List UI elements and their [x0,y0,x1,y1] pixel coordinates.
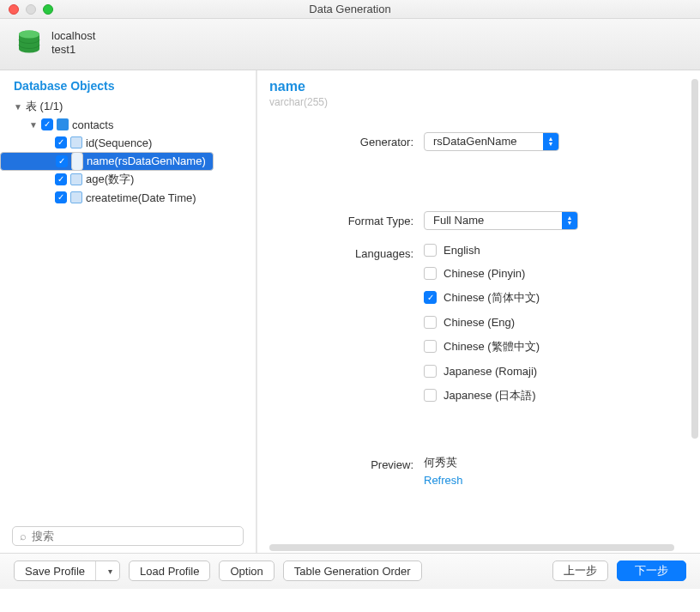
tree-column-label: createtime(Date Time) [86,191,196,204]
tree-table-label: contacts [72,118,113,131]
table-checkbox[interactable] [41,118,53,130]
tree-column[interactable]: age(数字) [0,171,256,189]
scrollbar-thumb[interactable] [691,79,698,439]
search-container: ⌕ [0,519,256,553]
preview-row: Preview: 何秀英 Refresh [269,455,681,487]
footer-toolbar: Save Profile ▾ Load Profile Option Table… [0,553,700,589]
search-input[interactable] [32,530,236,542]
language-label: Chinese (Eng) [444,316,515,329]
svg-point-1 [19,31,39,39]
table-icon [57,118,69,130]
column-icon [71,152,83,171]
preview-value: 何秀英 [424,455,463,470]
tree-root[interactable]: ▼ 表 (1/1) [0,98,256,116]
database-icon [17,30,41,56]
back-button[interactable]: 上一步 [552,560,608,581]
horizontal-scrollbar[interactable] [269,542,691,553]
column-checkbox[interactable] [55,173,67,185]
tree-column[interactable]: id(Sequence) [0,134,256,152]
chevron-down-icon[interactable]: ▾ [101,567,119,576]
language-label: Japanese (Romaji) [444,365,537,378]
language-option[interactable]: Japanese (Romaji) [424,365,540,378]
language-checkbox[interactable] [424,389,437,402]
search-box[interactable]: ⌕ [12,526,244,546]
column-type: varchar(255) [269,96,681,108]
languages-label: Languages: [269,244,424,260]
generator-select[interactable]: rsDataGenName ▲▼ [424,132,559,151]
languages-row: Languages: EnglishChinese (Pinyin)Chines… [269,244,681,403]
chevron-down-icon[interactable]: ▼ [14,102,22,112]
format-value: Full Name [425,214,562,227]
format-label: Format Type: [269,211,424,227]
column-checkbox[interactable] [55,136,67,148]
column-icon [70,173,82,185]
tree-column-label: age(数字) [86,172,134,187]
close-icon[interactable] [9,4,19,15]
window-title: Data Generation [0,3,700,15]
load-profile-button[interactable]: Load Profile [129,560,210,581]
column-icon [70,136,82,148]
main-panel: name varchar(255) Generator: rsDataGenNa… [257,70,700,553]
tree-root-label: 表 (1/1) [26,99,63,114]
language-checkbox[interactable] [424,340,437,353]
object-tree: ▼ 表 (1/1) ▼ contacts id(Sequence) name(r… [0,98,256,519]
language-option[interactable]: English [424,244,540,257]
column-checkbox[interactable] [55,191,67,203]
scrollbar-thumb[interactable] [269,544,674,551]
save-profile-label: Save Profile [15,561,96,580]
language-checkbox[interactable] [424,244,437,257]
titlebar: Data Generation [0,0,700,19]
tree-column-label: id(Sequence) [86,136,152,149]
format-select[interactable]: Full Name ▲▼ [424,211,578,230]
vertical-scrollbar[interactable] [691,79,698,529]
language-option[interactable]: Chinese (简体中文) [424,290,540,306]
languages-options: EnglishChinese (Pinyin)Chinese (简体中文)Chi… [424,244,540,403]
refresh-link[interactable]: Refresh [424,474,463,487]
tree-table[interactable]: ▼ contacts [0,116,256,134]
minimize-icon[interactable] [26,4,36,15]
language-option[interactable]: Chinese (繁體中文) [424,339,540,354]
search-icon: ⌕ [20,530,27,542]
language-label: English [444,244,480,257]
language-option[interactable]: Chinese (Pinyin) [424,267,540,280]
language-checkbox[interactable] [424,291,437,304]
column-icon [70,191,82,203]
column-checkbox[interactable] [56,155,68,167]
generator-value: rsDataGenName [425,135,543,148]
language-option[interactable]: Chinese (Eng) [424,316,540,329]
connection-info: localhost test1 [51,29,95,58]
preview-label: Preview: [269,455,424,471]
chevron-down-icon[interactable]: ▼ [29,120,38,130]
table-generation-order-button[interactable]: Table Generation Order [283,560,422,581]
language-label: Chinese (繁體中文) [444,339,540,354]
language-label: Chinese (Pinyin) [444,267,525,280]
tree-column-selected[interactable]: name(rsDataGenName) [0,152,214,171]
language-checkbox[interactable] [424,365,437,378]
tree-column[interactable]: createtime(Date Time) [0,189,256,207]
tree-column-label: name(rsDataGenName) [87,155,206,167]
sidebar-title: Database Objects [0,79,256,98]
database-name: test1 [51,43,95,57]
language-checkbox[interactable] [424,267,437,280]
language-option[interactable]: Japanese (日本語) [424,388,540,403]
chevron-updown-icon: ▲▼ [562,212,577,229]
generator-label: Generator: [269,132,424,148]
format-row: Format Type: Full Name ▲▼ [269,211,681,230]
chevron-updown-icon: ▲▼ [543,133,558,150]
content-area: Database Objects ▼ 表 (1/1) ▼ contacts id… [0,70,700,553]
save-profile-button[interactable]: Save Profile ▾ [14,560,120,581]
sidebar: Database Objects ▼ 表 (1/1) ▼ contacts id… [0,70,257,553]
language-label: Chinese (简体中文) [444,290,540,306]
connection-header: localhost test1 [0,19,700,70]
zoom-icon[interactable] [43,4,53,15]
generator-row: Generator: rsDataGenName ▲▼ [269,132,681,151]
language-checkbox[interactable] [424,316,437,329]
option-button[interactable]: Option [219,560,274,581]
window-controls [9,4,53,15]
host-name: localhost [51,29,95,43]
language-label: Japanese (日本語) [444,388,536,403]
column-title: name [269,79,681,94]
next-button[interactable]: 下一步 [617,560,686,581]
